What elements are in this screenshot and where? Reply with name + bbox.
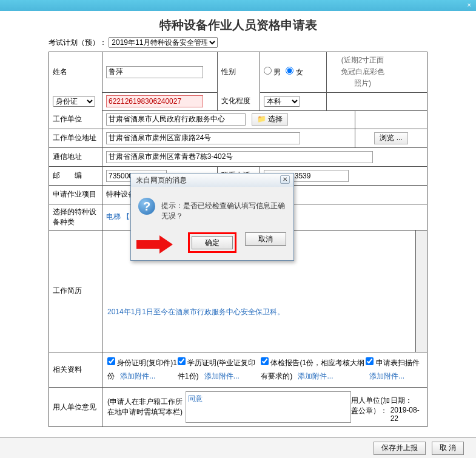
material-item: 体检报告(1份，相应考核大纲有要求的) 添加附件...	[261, 356, 366, 384]
employer-textarea[interactable]: 同意	[186, 391, 351, 423]
gender-female[interactable]: 女	[286, 67, 303, 78]
label-postcode: 邮 编	[49, 167, 102, 185]
material-item: 申请表扫描件 添加附件...	[366, 356, 422, 384]
materials-list: 身份证明(复印件)1份 添加附件... 学历证明(毕业证复印件1份) 添加附件.…	[102, 352, 427, 388]
resume-text: 2014年1月1日至今在酒泉市行政服务中心安全保卫科。	[107, 307, 284, 317]
employer-sign-label: 用人单位(加盖公章）：	[351, 396, 390, 423]
question-icon: ?	[138, 198, 155, 215]
label-idtype: 身份证	[49, 92, 102, 110]
cancel-button[interactable]: 取 消	[432, 442, 464, 455]
label-contactaddr: 通信地址	[49, 148, 102, 166]
label-workunit: 工作单位	[49, 110, 102, 129]
save-submit-button[interactable]: 保存并上报	[374, 442, 426, 455]
label-workaddr: 工作单位地址	[49, 129, 102, 147]
edu-select[interactable]: 本科	[264, 96, 300, 107]
select-unit-button[interactable]: 📁 选择	[252, 113, 288, 126]
label-materials: 相关资料	[49, 352, 102, 388]
add-attachment-link[interactable]: 添加附件...	[369, 372, 404, 380]
ok-highlight-box: 确定	[188, 232, 236, 253]
dialog-ok-button[interactable]: 确定	[192, 236, 233, 249]
titlebar: ×	[0, 0, 476, 11]
material-check[interactable]	[178, 357, 186, 365]
exam-plan-select[interactable]: 2019年11月特种设备安全管理1	[109, 37, 218, 48]
label-applyitem: 申请作业项目	[49, 186, 102, 204]
add-attachment-link[interactable]: 添加附件...	[204, 372, 240, 380]
close-icon[interactable]: ×	[468, 1, 471, 8]
employer-area: (申请人在非户籍工作所在地申请时需填写本栏) 同意 用人单位(加盖公章）： 日期…	[102, 388, 427, 426]
employer-hint: (申请人在非户籍工作所在地申请时需填写本栏)	[107, 397, 186, 417]
dialog-close-icon[interactable]: ✕	[280, 175, 290, 184]
contactaddr-input[interactable]	[106, 151, 373, 163]
folder-icon: 📁	[257, 115, 266, 123]
exam-plan-row: 考试计划（预）： 2019年11月特种设备安全管理1	[0, 37, 476, 52]
label-resume: 工作简历	[49, 231, 102, 352]
material-check[interactable]	[261, 357, 269, 365]
workunit-input[interactable]	[106, 113, 246, 126]
idtype-select[interactable]: 身份证	[53, 96, 95, 107]
gender-male[interactable]: 男	[264, 67, 281, 78]
material-item: 身份证明(复印件)1份 添加附件...	[107, 356, 178, 384]
arrow-annotation	[136, 235, 173, 254]
label-gender: 性别	[218, 52, 260, 92]
footer-bar: 保存并上报 取 消	[0, 437, 476, 458]
dialog-title: 来自网页的消息 ✕	[131, 173, 293, 187]
resume-scrollbar[interactable]	[416, 231, 427, 352]
material-item: 学历证明(毕业证复印件1份) 添加附件...	[178, 356, 261, 384]
add-attachment-link[interactable]: 添加附件...	[298, 372, 333, 380]
add-attachment-link[interactable]: 添加附件...	[120, 372, 155, 380]
label-edu: 文化程度	[218, 92, 260, 110]
dialog-text: 提示：是否已经检查确认填写信息正确无误？	[161, 198, 286, 221]
workaddr-input[interactable]	[106, 132, 300, 144]
material-check[interactable]	[366, 357, 374, 365]
label-devicetype: 选择的特种设备种类	[49, 204, 102, 230]
material-check[interactable]	[107, 357, 115, 365]
name-input[interactable]	[106, 66, 203, 78]
browse-button[interactable]: 浏览 ...	[374, 132, 407, 144]
plan-label: 考试计划（预）：	[49, 38, 107, 47]
label-employer: 用人单位意见	[49, 388, 102, 426]
dialog-cancel-button[interactable]: 取消	[245, 232, 286, 246]
label-name: 姓名	[49, 52, 102, 92]
date-value: 2019-08-22	[391, 406, 420, 423]
photo-placeholder: (近期2寸正面免冠白底彩色照片)	[327, 52, 398, 92]
id-number-input[interactable]	[106, 95, 203, 107]
date-label: 日期：	[391, 396, 412, 405]
page-title: 特种设备作业人员资格申请表	[0, 11, 476, 37]
